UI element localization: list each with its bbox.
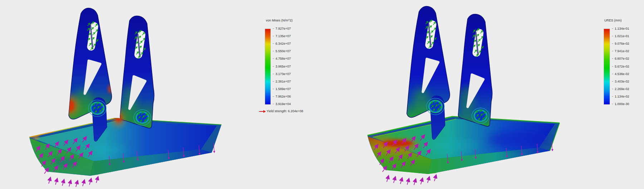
displacement-model[interactable] [367, 6, 560, 185]
scale-tick [273, 104, 274, 104]
color-scale-bar [265, 29, 271, 105]
yield-strength-arrow-icon [259, 111, 263, 112]
legend-value: 3.965e+07 [273, 65, 291, 69]
legend-value: 1.021e-01 [612, 34, 629, 38]
scale-tick [273, 59, 274, 59]
legend-value: 1.134e-01 [612, 27, 629, 31]
color-scale-bar [604, 29, 610, 105]
scale-tick [612, 89, 613, 89]
scale-tick [273, 36, 274, 36]
legend-value: 3.403e-02 [612, 80, 629, 84]
scale-tick [612, 51, 613, 51]
legend-value: 2.381e+07 [273, 80, 291, 84]
scale-tick [612, 44, 613, 44]
scale-tick [273, 51, 274, 51]
yield-strength-note: Yield strength: 6.204e+08 [259, 109, 303, 113]
legend-value: 7.135e+07 [273, 34, 291, 38]
legend-title: URES (mm) [604, 19, 622, 23]
legend-value: 9.076e-02 [612, 42, 629, 46]
scale-tick [612, 74, 613, 74]
scale-tick [273, 74, 274, 74]
legend-value: 7.941e-02 [612, 49, 629, 53]
legend-value: 7.962e+06 [273, 95, 291, 99]
legend-value: 3.919e+04 [273, 102, 291, 106]
legend-value: 6.807e-02 [612, 57, 629, 61]
scale-tick [273, 89, 274, 89]
scale-tick [612, 104, 613, 104]
scale-tick [612, 59, 613, 59]
legend-value: 1.000e-30 [612, 102, 629, 106]
von-mises-legend: von Mises (N/m^2) 7.927e+07 7.135e+07 6.… [264, 19, 293, 105]
scale-tick [273, 44, 274, 44]
scale-tick [273, 96, 274, 97]
legend-value: 4.758e+07 [273, 57, 291, 61]
scale-tick [273, 81, 274, 82]
scale-tick [612, 36, 613, 36]
legend-value: 6.342e+07 [273, 42, 291, 46]
legend-title: von Mises (N/m^2) [266, 19, 293, 23]
scale-tick [273, 66, 274, 67]
legend-value: 5.672e-02 [612, 65, 629, 69]
legend-value: 3.173e+07 [273, 72, 291, 76]
von-mises-model[interactable] [29, 8, 221, 187]
simulation-viewport[interactable] [0, 0, 644, 189]
scale-tick [273, 29, 274, 29]
scale-tick [612, 96, 613, 97]
scale-tick [612, 66, 613, 67]
legend-value: 5.550e+07 [273, 49, 291, 53]
legend-value: 7.927e+07 [273, 27, 291, 31]
legend-value: 4.538e-02 [612, 72, 629, 76]
legend-value: 1.134e-02 [612, 95, 629, 99]
legend-value: 2.269e-02 [612, 87, 629, 91]
ures-legend: URES (mm) 1.134e-01 1.021e-01 9.076e-02 … [603, 19, 622, 105]
legend-value: 1.589e+07 [273, 87, 291, 91]
scale-tick [612, 81, 613, 82]
scale-tick [612, 29, 613, 29]
